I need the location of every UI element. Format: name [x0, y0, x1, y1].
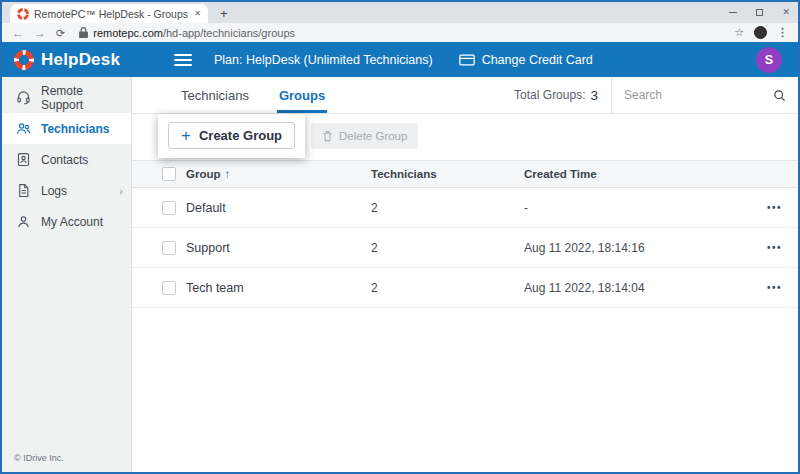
- contacts-icon: [16, 152, 31, 167]
- tab-bar: Technicians Groups: [132, 77, 325, 113]
- browser-toolbar: remotepc.com/hd-app/technicians/groups: [2, 23, 798, 42]
- browser-menu-icon[interactable]: [777, 26, 788, 39]
- total-groups-value: 3: [590, 88, 598, 103]
- tab-close-icon[interactable]: [194, 9, 201, 18]
- lifebuoy-favicon-icon: [17, 8, 29, 20]
- created-time-cell: Aug 11 2022, 18:14:16: [524, 241, 752, 255]
- browser-tabstrip: RemotePC™ HelpDesk - Groups: [2, 2, 798, 23]
- search-input[interactable]: [624, 88, 765, 102]
- main-content: Technicians Groups Total Groups: 3: [132, 77, 798, 472]
- bookmark-star-icon[interactable]: [734, 26, 744, 39]
- table-row[interactable]: Tech team 2 Aug 11 2022, 18:14:04: [132, 268, 798, 308]
- close-window-icon[interactable]: [782, 7, 790, 17]
- sort-ascending-icon: [225, 168, 231, 180]
- back-icon[interactable]: [12, 27, 24, 39]
- table-row[interactable]: Default 2 -: [132, 188, 798, 228]
- create-group-label: Create Group: [199, 128, 282, 143]
- sidebar-item-technicians[interactable]: Technicians: [2, 113, 131, 144]
- group-name-cell: Support: [186, 241, 371, 255]
- column-header-group[interactable]: Group: [186, 168, 371, 180]
- row-checkbox[interactable]: [162, 201, 176, 215]
- content-header: Technicians Groups Total Groups: 3: [132, 77, 798, 114]
- search-box: [611, 77, 798, 113]
- technicians-count-cell: 2: [371, 201, 524, 215]
- row-actions-menu-icon[interactable]: [752, 282, 782, 293]
- created-time-cell: Aug 11 2022, 18:14:04: [524, 281, 752, 295]
- plan-label: Plan: HelpDesk (Unlimited Technicians): [214, 53, 433, 67]
- create-group-popup: Create Group: [158, 114, 305, 158]
- delete-group-label: Delete Group: [339, 130, 407, 142]
- sidebar-item-logs[interactable]: Logs: [2, 175, 131, 206]
- change-credit-card-label: Change Credit Card: [482, 53, 593, 67]
- sidebar-item-remote-support[interactable]: Remote Support: [2, 82, 131, 113]
- plus-icon: [181, 127, 191, 144]
- sidebar-item-label: Remote Support: [41, 84, 123, 112]
- sidebar-item-label: Technicians: [41, 122, 109, 136]
- hamburger-menu-icon[interactable]: [174, 54, 192, 66]
- browser-tab[interactable]: RemotePC™ HelpDesk - Groups: [10, 4, 208, 23]
- forward-icon[interactable]: [34, 27, 46, 39]
- sidebar-item-contacts[interactable]: Contacts: [2, 144, 131, 175]
- copyright-label: © IDrive Inc.: [14, 453, 64, 463]
- group-toolbar: Create Group Delete Group: [132, 114, 798, 160]
- technicians-icon: [16, 121, 31, 136]
- sidebar: Remote Support Technicians Contacts Logs…: [2, 77, 132, 472]
- helpdesk-logo[interactable]: HelpDesk: [14, 50, 160, 70]
- table-header: Group Technicians Created Time: [132, 160, 798, 188]
- app-header: HelpDesk Plan: HelpDesk (Unlimited Techn…: [2, 42, 798, 77]
- created-time-cell: -: [524, 201, 752, 215]
- sidebar-item-my-account[interactable]: My Account: [2, 206, 131, 237]
- row-checkbox[interactable]: [162, 281, 176, 295]
- column-header-technicians[interactable]: Technicians: [371, 168, 524, 180]
- row-checkbox[interactable]: [162, 241, 176, 255]
- change-credit-card-button[interactable]: Change Credit Card: [459, 53, 593, 67]
- sidebar-item-label: Contacts: [41, 153, 88, 167]
- search-icon[interactable]: [773, 89, 786, 102]
- credit-card-icon: [459, 54, 475, 66]
- select-all-checkbox[interactable]: [162, 167, 176, 181]
- table-row[interactable]: Support 2 Aug 11 2022, 18:14:16: [132, 228, 798, 268]
- group-name-cell: Default: [186, 201, 371, 215]
- total-groups-label: Total Groups:: [514, 88, 585, 102]
- maximize-icon[interactable]: [756, 9, 763, 16]
- user-avatar[interactable]: S: [756, 47, 782, 73]
- trash-icon: [322, 130, 333, 142]
- row-actions-menu-icon[interactable]: [752, 202, 782, 213]
- minimize-icon[interactable]: [729, 12, 737, 13]
- url-path: /hd-app/technicians/groups: [163, 27, 295, 39]
- headset-icon: [16, 90, 31, 105]
- tab-technicians[interactable]: Technicians: [181, 77, 249, 113]
- total-groups: Total Groups: 3: [514, 77, 611, 113]
- create-group-button[interactable]: Create Group: [168, 122, 295, 149]
- group-name-cell: Tech team: [186, 281, 371, 295]
- browser-window: RemotePC™ HelpDesk - Groups remotepc.com…: [0, 0, 800, 474]
- brand-name: HelpDesk: [41, 50, 120, 70]
- lifebuoy-logo-icon: [14, 50, 34, 70]
- technicians-count-cell: 2: [371, 281, 524, 295]
- technicians-count-cell: 2: [371, 241, 524, 255]
- chevron-right-icon: [119, 185, 123, 197]
- account-icon: [16, 214, 31, 229]
- reload-icon[interactable]: [56, 27, 65, 39]
- address-bar[interactable]: remotepc.com/hd-app/technicians/groups: [75, 27, 724, 39]
- row-actions-menu-icon[interactable]: [752, 242, 782, 253]
- column-header-created-time[interactable]: Created Time: [524, 168, 752, 180]
- sidebar-item-label: Logs: [41, 184, 67, 198]
- delete-group-button[interactable]: Delete Group: [311, 123, 418, 149]
- tab-groups[interactable]: Groups: [279, 77, 325, 113]
- padlock-icon: [79, 27, 88, 38]
- sidebar-item-label: My Account: [41, 215, 103, 229]
- tab-title: RemotePC™ HelpDesk - Groups: [34, 8, 189, 20]
- url-domain: remotepc.com: [93, 27, 163, 39]
- logs-icon: [16, 183, 31, 198]
- new-tab-button[interactable]: [220, 7, 228, 20]
- browser-profile-avatar[interactable]: [754, 26, 767, 39]
